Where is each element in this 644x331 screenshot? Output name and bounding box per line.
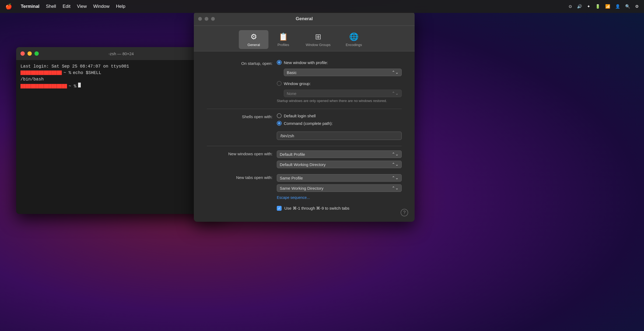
new-tabs-profile-stepper: ⌃⌄ <box>392 175 399 180</box>
profile-select-value: Basic <box>287 70 297 75</box>
tab-profiles-label: Profiles <box>278 43 289 47</box>
tab-window-groups-label: Window Groups <box>306 43 330 47</box>
battery-icon[interactable]: 🔋 <box>595 4 600 9</box>
switch-tabs-checkbox-label: Use ⌘-1 through ⌘-9 to switch tabs <box>284 206 349 211</box>
tab-general[interactable]: ⚙ General <box>239 30 268 49</box>
zoom-button[interactable] <box>34 51 39 56</box>
window-group-select[interactable]: None ⌃⌄ <box>284 90 402 97</box>
minimize-button[interactable] <box>27 51 32 56</box>
menu-window[interactable]: Window <box>93 4 109 9</box>
window-group-select-stepper: ⌃⌄ <box>392 91 399 96</box>
terminal-title: -zsh — 80×24 <box>108 51 134 56</box>
terminal-line-1: Last login: Sat Sep 25 08:47:07 on ttys0… <box>20 63 222 70</box>
prefs-minimize-button[interactable] <box>205 17 208 21</box>
profile-select-stepper: ⌃⌄ <box>392 70 399 75</box>
tab-window-groups[interactable]: ⊞ Window Groups <box>298 30 338 49</box>
prefs-titlebar: General <box>194 12 415 26</box>
new-tabs-control: Same Profile ⌃⌄ Same Working Directory ⌃… <box>277 174 402 200</box>
window-group-radio-item[interactable]: Window group: <box>277 81 402 86</box>
bluetooth-icon[interactable]: ✦ <box>587 4 590 9</box>
command-path-radio-item[interactable]: Command (complete path): <box>277 121 402 126</box>
launchpad-icon[interactable]: ⊙ <box>569 4 572 9</box>
terminal-line-3: /bin/bash <box>20 76 222 83</box>
startup-row: On startup, open: New window with profil… <box>207 60 402 103</box>
general-icon: ⚙ <box>250 32 257 41</box>
menu-terminal[interactable]: Terminal <box>21 4 40 9</box>
startup-info-text: Startup windows are only opened when the… <box>277 99 402 103</box>
apple-menu[interactable]: 🍎 <box>5 3 12 10</box>
new-window-radio[interactable] <box>277 60 282 65</box>
new-tabs-profile-value: Same Profile <box>280 176 303 180</box>
separator-1 <box>207 109 402 109</box>
menu-shell[interactable]: Shell <box>46 4 56 9</box>
window-group-radio[interactable] <box>277 81 282 86</box>
terminal-line-2: ████████████████ ~ % echo $SHELL <box>20 70 222 76</box>
new-windows-profile-stepper: ⌃⌄ <box>392 152 399 157</box>
prefs-zoom-button[interactable] <box>211 17 215 21</box>
new-window-radio-label: New window with profile: <box>284 60 328 65</box>
new-tabs-row: New tabs open with: Same Profile ⌃⌄ Same… <box>207 174 402 200</box>
command-path-input[interactable] <box>277 132 402 140</box>
shells-open-label: Shells open with: <box>207 113 277 119</box>
new-windows-dir-select[interactable]: Default Working Directory ⌃⌄ <box>277 161 402 168</box>
window-group-select-value: None <box>287 91 296 96</box>
profile-select[interactable]: Basic ⌃⌄ <box>284 69 402 76</box>
switch-tabs-checkbox[interactable]: ✓ <box>277 206 282 211</box>
new-tabs-dir-select[interactable]: Same Working Directory ⌃⌄ <box>277 184 402 192</box>
new-windows-profile-value: Default Profile <box>280 152 305 157</box>
switch-tabs-checkbox-row: ✓ Use ⌘-1 through ⌘-9 to switch tabs <box>277 206 402 211</box>
separator-2 <box>207 146 402 146</box>
new-windows-dir-value: Default Working Directory <box>280 162 326 167</box>
help-button[interactable]: ? <box>401 209 408 216</box>
new-windows-dir-stepper: ⌃⌄ <box>392 162 399 167</box>
prefs-toolbar: ⚙ General 📋 Profiles ⊞ Window Groups 🌐 E… <box>194 26 415 51</box>
tab-general-label: General <box>247 43 260 47</box>
close-button[interactable] <box>20 51 25 56</box>
window-group-radio-label: Window group: <box>284 81 311 86</box>
menu-help[interactable]: Help <box>116 4 125 9</box>
new-tabs-dir-value: Same Working Directory <box>280 186 323 191</box>
window-groups-icon: ⊞ <box>315 32 321 41</box>
tab-encodings[interactable]: 🌐 Encodings <box>338 30 370 49</box>
menu-edit[interactable]: Edit <box>62 4 70 9</box>
command-path-radio[interactable] <box>277 121 282 126</box>
default-login-shell-radio[interactable] <box>277 113 282 118</box>
switch-tabs-row: ✓ Use ⌘-1 through ⌘-9 to switch tabs <box>207 206 402 211</box>
new-tabs-label: New tabs open with: <box>207 174 277 180</box>
search-icon[interactable]: 🔍 <box>625 4 630 9</box>
startup-control: New window with profile: Basic ⌃⌄ Window… <box>277 60 402 103</box>
tab-profiles[interactable]: 📋 Profiles <box>268 30 298 49</box>
prefs-close-button[interactable] <box>198 17 202 21</box>
control-center-icon[interactable]: ⚙ <box>635 4 639 9</box>
escape-sequence-link[interactable]: Escape sequence... <box>277 195 310 200</box>
new-tabs-dir-stepper: ⌃⌄ <box>392 186 399 191</box>
default-login-shell-label: Default login shell <box>284 114 316 118</box>
new-windows-control: Default Profile ⌃⌄ Default Working Direc… <box>277 150 402 168</box>
new-windows-profile-select[interactable]: Default Profile ⌃⌄ <box>277 150 402 158</box>
terminal-line-4: ██████████████████ ~ % <box>20 83 222 90</box>
menubar: 🍎 Terminal Shell Edit View Window Help ⊙… <box>0 0 644 13</box>
user-icon[interactable]: 👤 <box>615 4 620 9</box>
volume-icon[interactable]: 🔊 <box>577 4 582 9</box>
startup-label: On startup, open: <box>207 60 277 66</box>
prefs-content: On startup, open: New window with profil… <box>194 51 415 222</box>
new-windows-row: New windows open with: Default Profile ⌃… <box>207 150 402 168</box>
wifi-icon[interactable]: 📶 <box>605 4 610 9</box>
new-window-radio-item[interactable]: New window with profile: <box>277 60 402 65</box>
default-login-shell-radio-item[interactable]: Default login shell <box>277 113 402 118</box>
switch-tabs-spacer <box>207 206 277 207</box>
shells-open-row: Shells open with: Default login shell Co… <box>207 113 402 140</box>
prefs-title: General <box>296 16 313 22</box>
menu-view[interactable]: View <box>77 4 87 9</box>
new-tabs-profile-select[interactable]: Same Profile ⌃⌄ <box>277 174 402 182</box>
shells-open-control: Default login shell Command (complete pa… <box>277 113 402 140</box>
new-windows-label: New windows open with: <box>207 150 277 156</box>
profiles-icon: 📋 <box>279 32 288 41</box>
tab-encodings-label: Encodings <box>346 43 362 47</box>
encodings-icon: 🌐 <box>349 32 359 41</box>
command-path-label: Command (complete path): <box>284 121 333 126</box>
preferences-window: General ⚙ General 📋 Profiles ⊞ Window Gr… <box>194 12 415 222</box>
